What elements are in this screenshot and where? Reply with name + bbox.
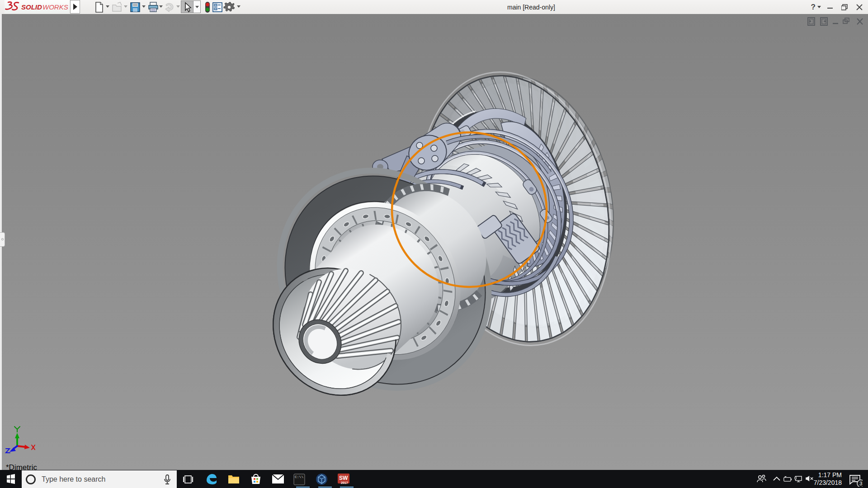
svg-text:SW: SW <box>339 475 348 481</box>
svg-text:SOLID: SOLID <box>21 3 42 11</box>
svg-text:2017: 2017 <box>341 481 348 484</box>
svg-text:WORKS: WORKS <box>42 3 68 11</box>
svg-text:3: 3 <box>859 481 862 486</box>
svg-text:C:\\: C:\\ <box>295 475 303 479</box>
